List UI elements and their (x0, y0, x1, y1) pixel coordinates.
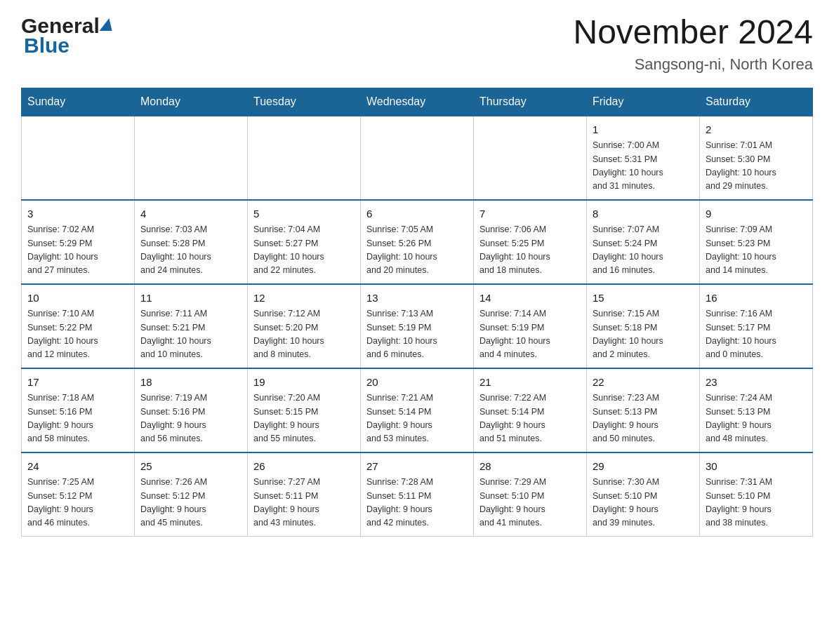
day-number: 12 (253, 290, 355, 307)
calendar-cell: 2Sunrise: 7:01 AM Sunset: 5:30 PM Daylig… (700, 116, 813, 200)
calendar-cell: 5Sunrise: 7:04 AM Sunset: 5:27 PM Daylig… (248, 200, 361, 284)
calendar-subtitle: Sangsong-ni, North Korea (573, 55, 813, 74)
day-header-tuesday: Tuesday (248, 88, 361, 116)
day-header-wednesday: Wednesday (361, 88, 474, 116)
day-info: Sunrise: 7:12 AM Sunset: 5:20 PM Dayligh… (253, 307, 355, 362)
day-number: 29 (593, 459, 694, 475)
day-info: Sunrise: 7:15 AM Sunset: 5:18 PM Dayligh… (593, 307, 694, 362)
calendar-cell: 28Sunrise: 7:29 AM Sunset: 5:10 PM Dayli… (474, 452, 587, 537)
calendar-cell: 17Sunrise: 7:18 AM Sunset: 5:16 PM Dayli… (22, 368, 135, 452)
day-number: 27 (366, 459, 468, 475)
calendar-table: SundayMondayTuesdayWednesdayThursdayFrid… (21, 88, 813, 537)
calendar-cell: 11Sunrise: 7:11 AM Sunset: 5:21 PM Dayli… (135, 284, 248, 368)
day-info: Sunrise: 7:11 AM Sunset: 5:21 PM Dayligh… (140, 307, 241, 362)
day-number: 10 (27, 290, 128, 307)
week-row-3: 10Sunrise: 7:10 AM Sunset: 5:22 PM Dayli… (22, 284, 813, 368)
day-number: 20 (366, 375, 468, 391)
calendar-cell (248, 116, 361, 200)
day-info: Sunrise: 7:31 AM Sunset: 5:10 PM Dayligh… (706, 476, 807, 530)
page-header: General Blue November 2024 Sangsong-ni, … (21, 14, 813, 74)
logo-blue-text: Blue (24, 34, 70, 58)
calendar-cell: 12Sunrise: 7:12 AM Sunset: 5:20 PM Dayli… (248, 284, 361, 368)
day-number: 6 (366, 206, 468, 222)
calendar-cell: 20Sunrise: 7:21 AM Sunset: 5:14 PM Dayli… (361, 368, 474, 452)
day-number: 11 (140, 290, 241, 307)
day-info: Sunrise: 7:03 AM Sunset: 5:28 PM Dayligh… (140, 223, 241, 278)
calendar-cell: 27Sunrise: 7:28 AM Sunset: 5:11 PM Dayli… (361, 452, 474, 537)
day-number: 24 (27, 459, 128, 475)
day-number: 8 (593, 206, 694, 222)
day-info: Sunrise: 7:19 AM Sunset: 5:16 PM Dayligh… (140, 391, 241, 446)
calendar-cell: 25Sunrise: 7:26 AM Sunset: 5:12 PM Dayli… (135, 452, 248, 537)
day-number: 19 (253, 375, 355, 391)
day-info: Sunrise: 7:02 AM Sunset: 5:29 PM Dayligh… (27, 223, 128, 278)
day-info: Sunrise: 7:16 AM Sunset: 5:17 PM Dayligh… (706, 307, 807, 362)
logo: General Blue (21, 14, 114, 58)
day-number: 5 (253, 206, 355, 222)
day-info: Sunrise: 7:22 AM Sunset: 5:14 PM Dayligh… (479, 391, 581, 446)
calendar-cell: 8Sunrise: 7:07 AM Sunset: 5:24 PM Daylig… (587, 200, 700, 284)
day-info: Sunrise: 7:26 AM Sunset: 5:12 PM Dayligh… (140, 476, 241, 530)
calendar-cell: 3Sunrise: 7:02 AM Sunset: 5:29 PM Daylig… (22, 200, 135, 284)
calendar-cell (135, 116, 248, 200)
week-row-2: 3Sunrise: 7:02 AM Sunset: 5:29 PM Daylig… (22, 200, 813, 284)
day-info: Sunrise: 7:30 AM Sunset: 5:10 PM Dayligh… (593, 476, 694, 530)
day-number: 23 (706, 375, 807, 391)
calendar-cell (361, 116, 474, 200)
day-header-saturday: Saturday (700, 88, 813, 116)
calendar-cell: 30Sunrise: 7:31 AM Sunset: 5:10 PM Dayli… (700, 452, 813, 537)
day-info: Sunrise: 7:07 AM Sunset: 5:24 PM Dayligh… (593, 223, 694, 278)
day-info: Sunrise: 7:05 AM Sunset: 5:26 PM Dayligh… (366, 223, 468, 278)
day-info: Sunrise: 7:10 AM Sunset: 5:22 PM Dayligh… (27, 307, 128, 362)
calendar-cell: 23Sunrise: 7:24 AM Sunset: 5:13 PM Dayli… (700, 368, 813, 452)
day-header-sunday: Sunday (22, 88, 135, 116)
calendar-cell (474, 116, 587, 200)
day-info: Sunrise: 7:25 AM Sunset: 5:12 PM Dayligh… (27, 476, 128, 530)
calendar-cell: 10Sunrise: 7:10 AM Sunset: 5:22 PM Dayli… (22, 284, 135, 368)
day-info: Sunrise: 7:21 AM Sunset: 5:14 PM Dayligh… (366, 391, 468, 446)
calendar-cell: 18Sunrise: 7:19 AM Sunset: 5:16 PM Dayli… (135, 368, 248, 452)
day-info: Sunrise: 7:01 AM Sunset: 5:30 PM Dayligh… (706, 139, 807, 194)
day-header-monday: Monday (135, 88, 248, 116)
calendar-cell: 16Sunrise: 7:16 AM Sunset: 5:17 PM Dayli… (700, 284, 813, 368)
calendar-cell: 6Sunrise: 7:05 AM Sunset: 5:26 PM Daylig… (361, 200, 474, 284)
week-row-5: 24Sunrise: 7:25 AM Sunset: 5:12 PM Dayli… (22, 452, 813, 537)
day-number: 14 (479, 290, 581, 307)
calendar-cell: 24Sunrise: 7:25 AM Sunset: 5:12 PM Dayli… (22, 452, 135, 537)
day-header-friday: Friday (587, 88, 700, 116)
calendar-cell: 1Sunrise: 7:00 AM Sunset: 5:31 PM Daylig… (587, 116, 700, 200)
day-info: Sunrise: 7:04 AM Sunset: 5:27 PM Dayligh… (253, 223, 355, 278)
calendar-cell: 15Sunrise: 7:15 AM Sunset: 5:18 PM Dayli… (587, 284, 700, 368)
day-number: 17 (27, 375, 128, 391)
day-info: Sunrise: 7:18 AM Sunset: 5:16 PM Dayligh… (27, 391, 128, 446)
day-header-thursday: Thursday (474, 88, 587, 116)
day-number: 30 (706, 459, 807, 475)
calendar-cell: 14Sunrise: 7:14 AM Sunset: 5:19 PM Dayli… (474, 284, 587, 368)
day-number: 18 (140, 375, 241, 391)
title-area: November 2024 Sangsong-ni, North Korea (573, 14, 813, 74)
calendar-cell: 13Sunrise: 7:13 AM Sunset: 5:19 PM Dayli… (361, 284, 474, 368)
calendar-cell: 7Sunrise: 7:06 AM Sunset: 5:25 PM Daylig… (474, 200, 587, 284)
calendar-cell: 26Sunrise: 7:27 AM Sunset: 5:11 PM Dayli… (248, 452, 361, 537)
day-number: 16 (706, 290, 807, 307)
day-info: Sunrise: 7:27 AM Sunset: 5:11 PM Dayligh… (253, 476, 355, 530)
day-info: Sunrise: 7:14 AM Sunset: 5:19 PM Dayligh… (479, 307, 581, 362)
day-number: 4 (140, 206, 241, 222)
calendar-title: November 2024 (573, 14, 813, 51)
calendar-cell: 21Sunrise: 7:22 AM Sunset: 5:14 PM Dayli… (474, 368, 587, 452)
logo-triangle-icon (99, 18, 115, 31)
day-number: 26 (253, 459, 355, 475)
calendar-cell: 4Sunrise: 7:03 AM Sunset: 5:28 PM Daylig… (135, 200, 248, 284)
calendar-cell: 9Sunrise: 7:09 AM Sunset: 5:23 PM Daylig… (700, 200, 813, 284)
day-info: Sunrise: 7:29 AM Sunset: 5:10 PM Dayligh… (479, 476, 581, 530)
calendar-cell: 22Sunrise: 7:23 AM Sunset: 5:13 PM Dayli… (587, 368, 700, 452)
day-number: 13 (366, 290, 468, 307)
day-info: Sunrise: 7:23 AM Sunset: 5:13 PM Dayligh… (593, 391, 694, 446)
day-number: 2 (706, 122, 807, 138)
day-info: Sunrise: 7:20 AM Sunset: 5:15 PM Dayligh… (253, 391, 355, 446)
day-number: 9 (706, 206, 807, 222)
day-number: 15 (593, 290, 694, 307)
day-info: Sunrise: 7:06 AM Sunset: 5:25 PM Dayligh… (479, 223, 581, 278)
day-number: 1 (593, 122, 694, 138)
day-info: Sunrise: 7:13 AM Sunset: 5:19 PM Dayligh… (366, 307, 468, 362)
